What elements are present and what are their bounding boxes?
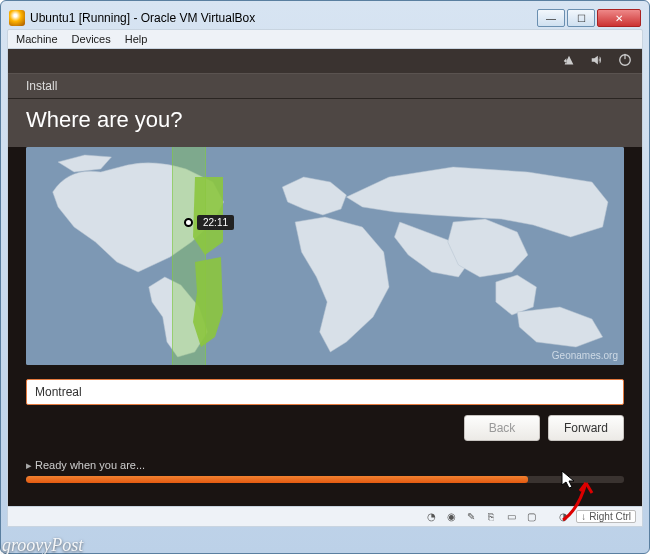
vm-display: Install Where are you?	[7, 49, 643, 527]
optical-icon[interactable]: ◉	[444, 510, 458, 524]
location-marker[interactable]: 22:11	[184, 215, 234, 230]
hdd-icon[interactable]: ◔	[424, 510, 438, 524]
page-title: Where are you?	[8, 99, 642, 147]
volume-icon[interactable]	[590, 53, 604, 70]
display-icon[interactable]: ▢	[524, 510, 538, 524]
ubuntu-topbar	[8, 49, 642, 73]
install-progress-fill	[26, 476, 528, 483]
minimize-button[interactable]: —	[537, 9, 565, 27]
location-input[interactable]	[26, 379, 624, 405]
install-progress	[26, 476, 624, 483]
back-button[interactable]: Back	[464, 415, 540, 441]
window-title: Ubuntu1 [Running] - Oracle VM VirtualBox	[30, 11, 530, 25]
window-controls: — ☐ ✕	[535, 9, 641, 27]
network-icon[interactable]	[562, 53, 576, 70]
titlebar[interactable]: Ubuntu1 [Running] - Oracle VM VirtualBox…	[7, 7, 643, 29]
marker-time: 22:11	[197, 215, 234, 230]
menu-machine[interactable]: Machine	[16, 33, 58, 45]
network-adapter-icon[interactable]: ✎	[464, 510, 478, 524]
timezone-map[interactable]: 22:11 Geonames.org	[26, 147, 624, 365]
forward-button[interactable]: Forward	[548, 415, 624, 441]
selected-tz-land	[26, 147, 624, 365]
mouse-cursor-icon	[561, 470, 577, 490]
virtualbox-icon	[9, 10, 25, 26]
close-button[interactable]: ✕	[597, 9, 641, 27]
menu-help[interactable]: Help	[125, 33, 148, 45]
vbox-statusbar: ◔ ◉ ✎ ⎘ ▭ ▢ ◑ ↓ Right Ctrl	[8, 506, 642, 526]
installer-header: Install	[8, 73, 642, 99]
svg-rect-1	[624, 53, 625, 58]
menubar: Machine Devices Help	[7, 29, 643, 49]
usb-icon[interactable]: ⎘	[484, 510, 498, 524]
vbox-window: Ubuntu1 [Running] - Oracle VM VirtualBox…	[0, 0, 650, 554]
ready-status[interactable]: Ready when you are...	[26, 459, 145, 471]
power-icon[interactable]	[618, 53, 632, 70]
map-credit: Geonames.org	[552, 350, 618, 361]
marker-dot-icon	[184, 218, 193, 227]
shared-folders-icon[interactable]: ▭	[504, 510, 518, 524]
maximize-button[interactable]: ☐	[567, 9, 595, 27]
menu-devices[interactable]: Devices	[72, 33, 111, 45]
